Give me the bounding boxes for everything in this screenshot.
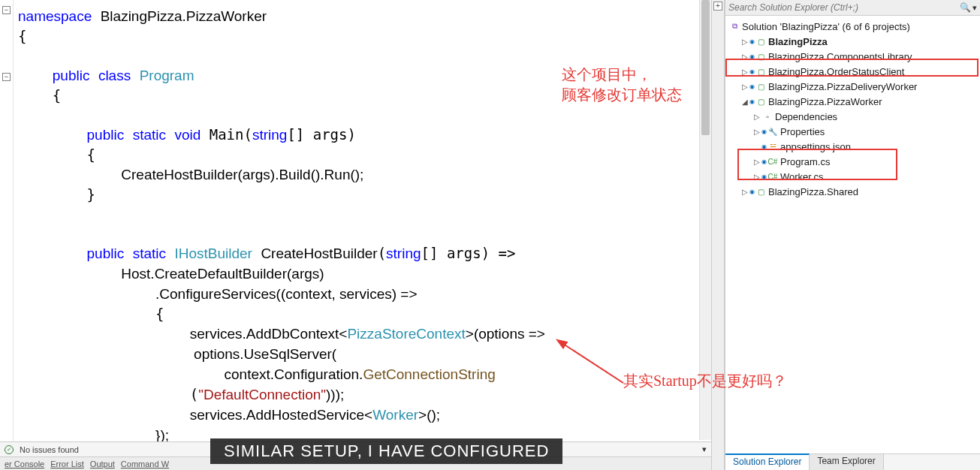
expand-icon[interactable]: +	[713, 2, 722, 11]
code-editor-pane: − − namespace BlazingPizza.PizzaWorker {…	[0, 0, 711, 470]
tree-label: Worker.cs	[780, 171, 824, 182]
tree-label: Program.cs	[780, 156, 830, 167]
expand-arrow[interactable]: ▷	[752, 158, 761, 166]
tab-output[interactable]: Output	[90, 459, 115, 468]
issues-text: No issues found	[20, 445, 79, 454]
video-caption: SIMILAR SETUP, I HAVE CONFIGURED	[210, 438, 562, 464]
lock-icon: ◉	[761, 158, 767, 165]
tree-label: appsettings.json	[780, 141, 851, 152]
tree-node[interactable]: ▷◉▢BlazingPizza.Shared	[725, 184, 980, 199]
tree-node[interactable]: ▷◉🔧Properties	[725, 124, 980, 139]
lock-icon: ◉	[749, 38, 755, 45]
solution-root[interactable]: ⧉ Solution 'BlazingPizza' (6 of 6 projec…	[725, 19, 980, 34]
status-ok-icon: ✓	[5, 445, 14, 454]
expand-arrow[interactable]: ▷	[752, 173, 761, 181]
scrollbar-thumb[interactable]	[701, 0, 710, 135]
panel-splitter[interactable]: +	[711, 0, 725, 470]
tree-label: BlazingPizza.Shared	[768, 186, 858, 197]
lock-icon: ◉	[761, 128, 767, 135]
tree-node[interactable]: ◢◉▢BlazingPizza.PizzaWorker	[725, 94, 980, 109]
tree-node[interactable]: ▷◉C#Program.cs	[725, 154, 980, 169]
expand-arrow[interactable]: ▷	[740, 38, 749, 46]
solution-explorer: 🔍 ▾ ⧉ Solution 'BlazingPizza' (6 of 6 pr…	[725, 0, 980, 470]
tree-label: BlazingPizza	[768, 36, 828, 47]
tree-label: Dependencies	[775, 111, 837, 122]
fold-toggle[interactable]: −	[2, 73, 11, 81]
lock-icon: ◉	[749, 98, 755, 105]
tree-label: BlazingPizza.PizzaWorker	[768, 96, 882, 107]
solution-icon: ⧉	[728, 22, 740, 31]
status-chevron[interactable]: ▾	[702, 444, 707, 454]
search-dropdown[interactable]: ▾	[972, 3, 977, 13]
lock-icon: ◉	[749, 188, 755, 195]
expand-arrow[interactable]: ▷	[740, 83, 749, 91]
tab-console[interactable]: er Console	[5, 459, 44, 468]
lock-icon: ◉	[749, 83, 755, 90]
search-icon[interactable]: 🔍	[960, 2, 971, 13]
code-text[interactable]: namespace BlazingPizza.PizzaWorker { pub…	[14, 0, 711, 441]
tree-node[interactable]: ◉☵appsettings.json	[725, 139, 980, 154]
lock-icon: ◉	[761, 173, 767, 180]
expand-arrow[interactable]: ▷	[740, 53, 749, 61]
tree-label: BlazingPizza.ComponentsLibrary	[768, 51, 912, 62]
tree-node[interactable]: ▷◉▢BlazingPizza	[725, 34, 980, 49]
editor-scrollbar[interactable]	[699, 0, 711, 440]
explorer-tabs[interactable]: Solution Explorer Team Explorer	[725, 453, 980, 470]
tree-node[interactable]: ▷◉C#Worker.cs	[725, 169, 980, 184]
lock-icon: ◉	[761, 143, 767, 150]
tree-label: BlazingPizza.PizzaDeliveryWorker	[768, 81, 917, 92]
lock-icon: ◉	[749, 53, 755, 60]
solution-tree[interactable]: ⧉ Solution 'BlazingPizza' (6 of 6 projec…	[725, 16, 980, 453]
tab-error-list[interactable]: Error List	[50, 459, 84, 468]
search-input[interactable]	[728, 2, 957, 13]
expand-arrow[interactable]: ▷	[752, 113, 761, 121]
solution-search[interactable]: 🔍 ▾	[725, 0, 980, 16]
tab-team-explorer[interactable]: Team Explorer	[810, 454, 883, 470]
expand-arrow[interactable]: ▷	[740, 68, 749, 76]
tree-node[interactable]: ▷◉▢BlazingPizza.PizzaDeliveryWorker	[725, 79, 980, 94]
tab-solution-explorer[interactable]: Solution Explorer	[725, 453, 810, 470]
fold-toggle[interactable]: −	[2, 6, 11, 14]
tree-label: Properties	[780, 126, 825, 137]
tree-node[interactable]: ▷◉▢BlazingPizza.OrderStatusClient	[725, 64, 980, 79]
expand-arrow[interactable]: ▷	[752, 128, 761, 136]
tree-label: BlazingPizza.OrderStatusClient	[768, 66, 904, 77]
tree-node[interactable]: ▷◉▢BlazingPizza.ComponentsLibrary	[725, 49, 980, 64]
lock-icon: ◉	[749, 68, 755, 75]
expand-arrow[interactable]: ◢	[740, 98, 749, 106]
expand-arrow[interactable]: ▷	[740, 188, 749, 196]
tab-command[interactable]: Command W	[121, 459, 169, 468]
fold-gutter[interactable]: − −	[0, 0, 14, 441]
tree-node[interactable]: ▷▫Dependencies	[725, 109, 980, 124]
